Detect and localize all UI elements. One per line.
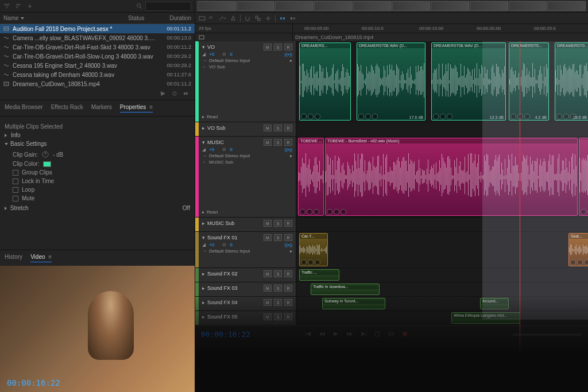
- group-clips-checkbox[interactable]: Group Clips: [5, 168, 190, 177]
- mute-button[interactable]: M: [264, 313, 272, 320]
- solo-button[interactable]: S: [274, 220, 282, 227]
- play-icon[interactable]: [160, 91, 167, 98]
- marker-icon[interactable]: [230, 15, 237, 22]
- track-name[interactable]: VO Sub: [207, 125, 261, 131]
- audio-clip[interactable]: Subway in Toront...: [322, 298, 385, 309]
- file-row[interactable]: Audition Fall 2018 Demo Project.sesx *00…: [0, 24, 195, 33]
- track-header[interactable]: ▸Sound FX 05MSR: [199, 311, 296, 325]
- pan-icon[interactable]: ⊙: [222, 147, 226, 152]
- zcross-icon[interactable]: [265, 15, 272, 22]
- timeline-overview[interactable]: [195, 0, 588, 13]
- tab-video[interactable]: Video ≡: [30, 254, 52, 262]
- goto-end-icon[interactable]: [360, 331, 368, 339]
- record-arm-button[interactable]: R: [284, 220, 292, 227]
- video-clip-label[interactable]: Dreamers_CutDown_180815.mp4: [293, 33, 588, 41]
- audio-clip[interactable]: Traffic ...: [299, 269, 339, 281]
- track-content[interactable]: TOBEWE ...TOBEWE - BurnsBest - v02.wav (…: [296, 137, 588, 217]
- track-expand-icon[interactable]: ▸: [202, 285, 205, 291]
- mute-button[interactable]: M: [264, 125, 272, 131]
- track-input[interactable]: Default Stereo Input: [209, 153, 250, 158]
- track-bus[interactable]: MUSIC Sub: [209, 160, 233, 165]
- file-row[interactable]: Dreamers_CutDown_180815.mp400:01:11.2: [0, 79, 195, 88]
- track-name[interactable]: Sound FX 04: [207, 300, 261, 305]
- color-swatch[interactable]: [43, 161, 51, 167]
- track-header[interactable]: ▾MUSICMSR◢+0⊙0((•))→Default Stereo Input…: [199, 137, 296, 217]
- record-arm-button[interactable]: R: [284, 270, 292, 277]
- mute-button[interactable]: M: [264, 270, 272, 277]
- pan-value[interactable]: 0: [230, 147, 232, 152]
- solo-button[interactable]: S: [274, 125, 282, 131]
- audio-clip[interactable]: Around...: [480, 298, 509, 309]
- audio-clip[interactable]: Car-T...: [299, 233, 328, 266]
- mute-button[interactable]: M: [264, 139, 272, 146]
- track-header[interactable]: ▾Sound FX 01MSR◢+0⊙0((•))→Default Stereo…: [199, 232, 296, 267]
- loop-icon[interactable]: [374, 331, 382, 339]
- timeline-ruler[interactable]: 00:00:05.0000:00:10.000:00:15.0000:00:20…: [293, 24, 588, 33]
- volume-icon[interactable]: ◢: [202, 147, 206, 152]
- track-name[interactable]: Sound FX 03: [207, 285, 261, 291]
- file-row[interactable]: Car-Tire-OB-Gravel-Dirt-Roll-Fast-Skid 3…: [0, 42, 195, 52]
- transport-timecode[interactable]: 00:00:16:22: [201, 330, 250, 339]
- video-preview[interactable]: 00:00:16:22: [0, 266, 195, 392]
- filter-icon[interactable]: [3, 3, 10, 10]
- track-header[interactable]: ▸VO SubMSR: [199, 122, 296, 136]
- track-content[interactable]: Africa Ethiopia Langano mid...: [296, 311, 588, 325]
- file-row[interactable]: Cessna taking off Denham 48000 3.wav00:1…: [0, 70, 195, 79]
- record-arm-button[interactable]: R: [284, 125, 292, 131]
- tab-properties[interactable]: Properties ≡: [120, 104, 153, 112]
- rewind-icon[interactable]: [319, 331, 327, 339]
- track-content[interactable]: DREAMERS...DREAMERST08.WAV (D...17.6 dBD…: [296, 41, 588, 122]
- track-expand-icon[interactable]: ▸: [202, 314, 205, 320]
- pan-value[interactable]: 0: [230, 52, 232, 57]
- solo-button[interactable]: S: [274, 313, 282, 320]
- gain-knob-icon[interactable]: [41, 150, 49, 158]
- goto-start-icon[interactable]: [305, 331, 313, 339]
- file-row[interactable]: Car-Tire-OB-Gravel-Dirt-Roll-Slow-Long 3…: [0, 52, 195, 61]
- automation-mode[interactable]: Read: [207, 114, 218, 119]
- track-header[interactable]: ▸Sound FX 04MSR: [199, 297, 296, 311]
- record-icon[interactable]: [401, 331, 409, 339]
- track-expand-icon[interactable]: ▾: [202, 235, 205, 240]
- track-content[interactable]: Subway in Toront...Around...: [296, 297, 588, 311]
- audio-clip[interactable]: TOBEWE ...: [298, 138, 324, 216]
- volume-value[interactable]: +0: [209, 242, 214, 247]
- mute-button[interactable]: M: [264, 220, 272, 227]
- track-name[interactable]: VO: [207, 44, 261, 50]
- stretch-section-toggle[interactable]: Stretch Off: [5, 203, 190, 214]
- solo-button[interactable]: S: [274, 139, 282, 146]
- track-header[interactable]: ▸Sound FX 02MSR: [199, 268, 296, 282]
- file-row[interactable]: Cessna 195 Engine Start_2 48000 3.wav00:…: [0, 61, 195, 70]
- fx-icon[interactable]: fx: [209, 15, 216, 22]
- skip-icon[interactable]: [388, 331, 396, 339]
- file-row[interactable]: Camera ...elly slow_BLASTWAVEFX_09092 48…: [0, 33, 195, 42]
- search-input[interactable]: [145, 2, 191, 11]
- loop-icon[interactable]: [172, 91, 179, 98]
- search-icon[interactable]: [136, 3, 143, 10]
- info-section-toggle[interactable]: Info: [5, 132, 190, 138]
- track-header[interactable]: ▸MUSIC SubMSR: [199, 218, 296, 231]
- volume-icon[interactable]: ◢: [202, 242, 206, 247]
- record-arm-button[interactable]: R: [284, 234, 292, 241]
- track-input[interactable]: Default Stereo Input: [209, 249, 250, 254]
- track-header[interactable]: ▸Sound FX 03MSR: [199, 282, 296, 296]
- track-content[interactable]: Traffic ...: [296, 268, 588, 282]
- nudge-icon[interactable]: [289, 15, 296, 22]
- track-expand-icon[interactable]: ▾: [202, 139, 205, 145]
- track-content[interactable]: Traffic in downtow...: [296, 282, 588, 296]
- pan-value[interactable]: 0: [230, 242, 232, 247]
- mute-button[interactable]: M: [264, 234, 272, 241]
- loop-checkbox[interactable]: Loop: [5, 185, 190, 194]
- track-content[interactable]: [296, 218, 588, 231]
- playhead[interactable]: [520, 41, 520, 363]
- envelope-icon[interactable]: [219, 15, 226, 22]
- audio-clip[interactable]: Africa Ethiopia Langano mid...: [451, 312, 520, 324]
- record-arm-button[interactable]: R: [284, 44, 292, 51]
- record-arm-button[interactable]: R: [284, 313, 292, 320]
- track-name[interactable]: Sound FX 05: [207, 314, 261, 320]
- snap-icon[interactable]: [244, 15, 251, 22]
- automation-mode[interactable]: Read: [207, 209, 218, 215]
- record-arm-button[interactable]: R: [284, 139, 292, 146]
- track-name[interactable]: Sound FX 02: [207, 271, 261, 277]
- mute-button[interactable]: M: [264, 299, 272, 306]
- track-name[interactable]: Sound FX 01: [207, 235, 261, 240]
